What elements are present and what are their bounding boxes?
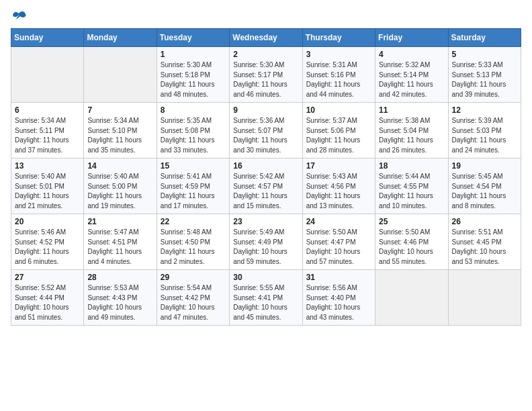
day-number: 17 [306,161,371,171]
calendar-cell: 30Sunrise: 5:55 AMSunset: 4:41 PMDayligh… [230,270,302,326]
day-detail: Sunrise: 5:51 AMSunset: 4:45 PMDaylight:… [452,228,517,267]
calendar-cell [375,270,448,326]
calendar-header-row: SundayMondayTuesdayWednesdayThursdayFrid… [11,29,521,47]
calendar-cell: 13Sunrise: 5:40 AMSunset: 5:01 PMDayligh… [11,158,84,214]
calendar-cell: 27Sunrise: 5:52 AMSunset: 4:44 PMDayligh… [11,270,84,326]
calendar-cell: 12Sunrise: 5:39 AMSunset: 5:03 PMDayligh… [448,103,521,158]
day-detail: Sunrise: 5:45 AMSunset: 4:54 PMDaylight:… [452,172,517,211]
calendar-cell: 31Sunrise: 5:56 AMSunset: 4:40 PMDayligh… [302,270,375,326]
calendar-cell: 29Sunrise: 5:54 AMSunset: 4:42 PMDayligh… [157,270,229,326]
day-detail: Sunrise: 5:53 AMSunset: 4:43 PMDaylight:… [87,283,152,322]
day-number: 6 [15,105,80,115]
day-number: 25 [379,217,444,226]
day-detail: Sunrise: 5:43 AMSunset: 4:56 PMDaylight:… [306,172,371,211]
calendar-cell: 28Sunrise: 5:53 AMSunset: 4:43 PMDayligh… [84,270,157,326]
day-number: 15 [161,161,226,171]
day-detail: Sunrise: 5:46 AMSunset: 4:52 PMDaylight:… [15,228,80,267]
logo [11,11,27,21]
weekday-header-saturday: Saturday [448,29,521,47]
calendar-week-row: 13Sunrise: 5:40 AMSunset: 5:01 PMDayligh… [11,158,521,214]
calendar-table: SundayMondayTuesdayWednesdayThursdayFrid… [11,28,521,326]
day-detail: Sunrise: 5:41 AMSunset: 4:59 PMDaylight:… [161,172,226,211]
logo-bird-icon [12,11,27,21]
day-number: 18 [379,161,444,171]
calendar-week-row: 1Sunrise: 5:30 AMSunset: 5:18 PMDaylight… [11,47,521,103]
day-number: 23 [233,217,298,226]
day-detail: Sunrise: 5:32 AMSunset: 5:14 PMDaylight:… [379,60,444,99]
day-number: 4 [379,50,444,59]
weekday-header-friday: Friday [375,29,448,47]
weekday-header-sunday: Sunday [11,29,84,47]
day-detail: Sunrise: 5:50 AMSunset: 4:47 PMDaylight:… [306,228,371,267]
day-number: 24 [306,217,371,226]
day-detail: Sunrise: 5:34 AMSunset: 5:11 PMDaylight:… [15,116,80,155]
calendar-cell [11,47,84,103]
day-detail: Sunrise: 5:30 AMSunset: 5:18 PMDaylight:… [161,60,226,99]
day-detail: Sunrise: 5:42 AMSunset: 4:57 PMDaylight:… [233,172,298,211]
day-detail: Sunrise: 5:49 AMSunset: 4:49 PMDaylight:… [233,228,298,267]
calendar-cell: 25Sunrise: 5:50 AMSunset: 4:46 PMDayligh… [375,214,448,270]
day-detail: Sunrise: 5:37 AMSunset: 5:06 PMDaylight:… [306,116,371,155]
day-number: 5 [452,50,517,59]
day-detail: Sunrise: 5:30 AMSunset: 5:17 PMDaylight:… [233,60,298,99]
day-detail: Sunrise: 5:38 AMSunset: 5:04 PMDaylight:… [379,116,444,155]
calendar-week-row: 20Sunrise: 5:46 AMSunset: 4:52 PMDayligh… [11,214,521,270]
calendar-body: 1Sunrise: 5:30 AMSunset: 5:18 PMDaylight… [11,47,521,326]
day-number: 14 [87,161,152,171]
day-number: 31 [306,273,371,282]
day-detail: Sunrise: 5:47 AMSunset: 4:51 PMDaylight:… [87,228,152,267]
calendar-cell [84,47,157,103]
day-detail: Sunrise: 5:33 AMSunset: 5:13 PMDaylight:… [452,60,517,99]
day-detail: Sunrise: 5:50 AMSunset: 4:46 PMDaylight:… [379,228,444,267]
calendar-cell: 14Sunrise: 5:40 AMSunset: 5:00 PMDayligh… [84,158,157,214]
calendar-cell: 11Sunrise: 5:38 AMSunset: 5:04 PMDayligh… [375,103,448,158]
calendar-cell: 7Sunrise: 5:34 AMSunset: 5:10 PMDaylight… [84,103,157,158]
calendar-cell: 15Sunrise: 5:41 AMSunset: 4:59 PMDayligh… [157,158,229,214]
day-number: 27 [15,273,80,282]
day-number: 8 [161,105,226,115]
calendar-cell: 4Sunrise: 5:32 AMSunset: 5:14 PMDaylight… [375,47,448,103]
day-number: 28 [87,273,152,282]
day-number: 21 [87,217,152,226]
day-detail: Sunrise: 5:56 AMSunset: 4:40 PMDaylight:… [306,283,371,322]
day-detail: Sunrise: 5:52 AMSunset: 4:44 PMDaylight:… [15,283,80,322]
day-number: 11 [379,105,444,115]
calendar-cell: 3Sunrise: 5:31 AMSunset: 5:16 PMDaylight… [302,47,375,103]
calendar-cell: 19Sunrise: 5:45 AMSunset: 4:54 PMDayligh… [448,158,521,214]
calendar-cell: 26Sunrise: 5:51 AMSunset: 4:45 PMDayligh… [448,214,521,270]
day-number: 13 [15,161,80,171]
day-number: 16 [233,161,298,171]
day-number: 30 [233,273,298,282]
page-header [11,11,521,21]
day-number: 2 [233,50,298,59]
calendar-cell: 20Sunrise: 5:46 AMSunset: 4:52 PMDayligh… [11,214,84,270]
day-number: 10 [306,105,371,115]
calendar-cell: 6Sunrise: 5:34 AMSunset: 5:11 PMDaylight… [11,103,84,158]
day-number: 26 [452,217,517,226]
calendar-cell: 18Sunrise: 5:44 AMSunset: 4:55 PMDayligh… [375,158,448,214]
day-detail: Sunrise: 5:55 AMSunset: 4:41 PMDaylight:… [233,283,298,322]
weekday-header-monday: Monday [84,29,157,47]
day-number: 29 [161,273,226,282]
calendar-cell [448,270,521,326]
day-number: 19 [452,161,517,171]
day-number: 3 [306,50,371,59]
calendar-cell: 5Sunrise: 5:33 AMSunset: 5:13 PMDaylight… [448,47,521,103]
calendar-cell: 1Sunrise: 5:30 AMSunset: 5:18 PMDaylight… [157,47,229,103]
calendar-cell: 17Sunrise: 5:43 AMSunset: 4:56 PMDayligh… [302,158,375,214]
day-detail: Sunrise: 5:34 AMSunset: 5:10 PMDaylight:… [87,116,152,155]
day-detail: Sunrise: 5:44 AMSunset: 4:55 PMDaylight:… [379,172,444,211]
calendar-week-row: 6Sunrise: 5:34 AMSunset: 5:11 PMDaylight… [11,103,521,158]
calendar-cell: 10Sunrise: 5:37 AMSunset: 5:06 PMDayligh… [302,103,375,158]
day-detail: Sunrise: 5:31 AMSunset: 5:16 PMDaylight:… [306,60,371,99]
calendar-cell: 24Sunrise: 5:50 AMSunset: 4:47 PMDayligh… [302,214,375,270]
calendar-cell: 21Sunrise: 5:47 AMSunset: 4:51 PMDayligh… [84,214,157,270]
weekday-header-tuesday: Tuesday [157,29,229,47]
calendar-cell: 16Sunrise: 5:42 AMSunset: 4:57 PMDayligh… [230,158,302,214]
day-detail: Sunrise: 5:36 AMSunset: 5:07 PMDaylight:… [233,116,298,155]
calendar-cell: 22Sunrise: 5:48 AMSunset: 4:50 PMDayligh… [157,214,229,270]
day-number: 22 [161,217,226,226]
day-detail: Sunrise: 5:40 AMSunset: 5:01 PMDaylight:… [15,172,80,211]
calendar-cell: 9Sunrise: 5:36 AMSunset: 5:07 PMDaylight… [230,103,302,158]
day-number: 1 [161,50,226,59]
